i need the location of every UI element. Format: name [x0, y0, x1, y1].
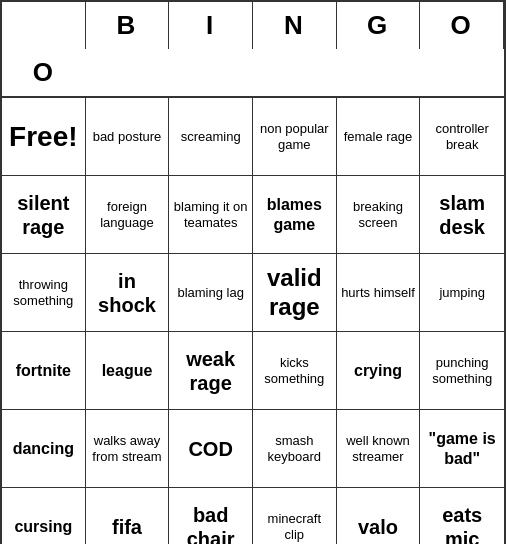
bingo-cell-7: foreign language	[86, 176, 170, 254]
bingo-card: B I N G O O Free!bad posturescreamingnon…	[0, 0, 506, 544]
bingo-cell-17: jumping	[420, 254, 504, 332]
bingo-cell-14: blaming lag	[169, 254, 253, 332]
bingo-cell-33: minecraft clip	[253, 488, 337, 544]
bingo-cell-12: throwing something	[2, 254, 86, 332]
bingo-cell-2: screaming	[169, 98, 253, 176]
header-n: N	[253, 2, 337, 49]
bingo-cell-26: COD	[169, 410, 253, 488]
bingo-header: B I N G O O	[2, 2, 504, 98]
bingo-cell-30: cursing	[2, 488, 86, 544]
bingo-cell-10: breaking screen	[337, 176, 421, 254]
bingo-cell-34: valo	[337, 488, 421, 544]
header-o: O	[420, 2, 504, 49]
header-o2: O	[2, 49, 86, 96]
bingo-cell-24: dancing	[2, 410, 86, 488]
bingo-cell-11: slam desk	[420, 176, 504, 254]
header-i: I	[169, 2, 253, 49]
bingo-cell-9: blames game	[253, 176, 337, 254]
bingo-cell-21: kicks something	[253, 332, 337, 410]
bingo-cell-32: bad chair	[169, 488, 253, 544]
bingo-cell-20: weak rage	[169, 332, 253, 410]
bingo-cell-13: in shock	[86, 254, 170, 332]
header-g: G	[337, 2, 421, 49]
bingo-cell-15: valid rage	[253, 254, 337, 332]
bingo-cell-23: punching something	[420, 332, 504, 410]
bingo-cell-22: crying	[337, 332, 421, 410]
bingo-cell-4: female rage	[337, 98, 421, 176]
bingo-grid: Free!bad posturescreamingnon popular gam…	[2, 98, 504, 544]
header-b: B	[86, 2, 170, 49]
header-blank	[2, 2, 86, 49]
bingo-cell-25: walks away from stream	[86, 410, 170, 488]
bingo-cell-35: eats mic	[420, 488, 504, 544]
bingo-cell-27: smash keyboard	[253, 410, 337, 488]
bingo-cell-16: hurts himself	[337, 254, 421, 332]
bingo-cell-0: Free!	[2, 98, 86, 176]
bingo-cell-29: "game is bad"	[420, 410, 504, 488]
bingo-cell-19: league	[86, 332, 170, 410]
bingo-cell-3: non popular game	[253, 98, 337, 176]
bingo-cell-31: fifa	[86, 488, 170, 544]
bingo-cell-18: fortnite	[2, 332, 86, 410]
bingo-cell-1: bad posture	[86, 98, 170, 176]
bingo-cell-8: blaming it on teamates	[169, 176, 253, 254]
bingo-cell-5: controller break	[420, 98, 504, 176]
bingo-cell-6: silent rage	[2, 176, 86, 254]
bingo-cell-28: well known streamer	[337, 410, 421, 488]
